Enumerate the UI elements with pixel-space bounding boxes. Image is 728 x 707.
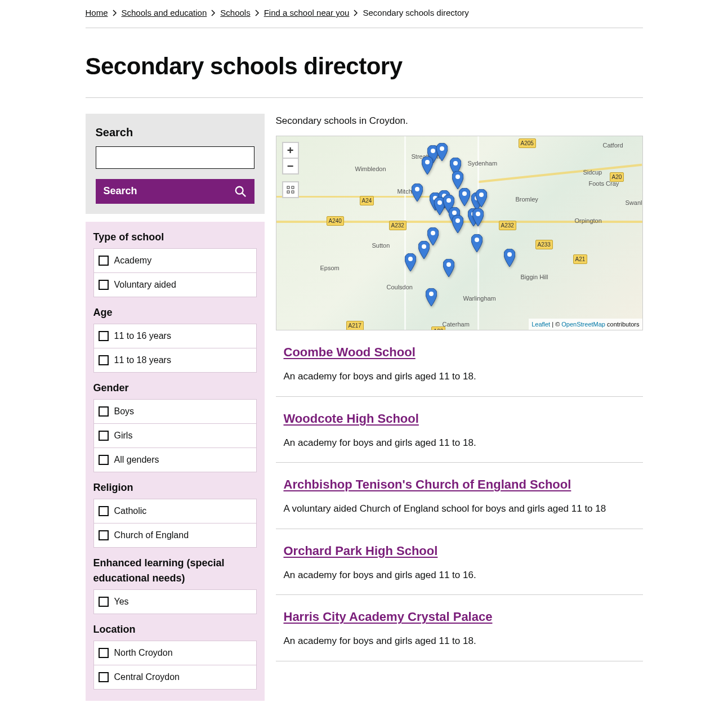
filter-option[interactable]: Central Croydon bbox=[94, 665, 256, 689]
map-place-label: Orpington bbox=[575, 216, 602, 226]
map-marker-icon[interactable] bbox=[443, 259, 454, 277]
breadcrumb-link-find-school[interactable]: Find a school near you bbox=[264, 7, 350, 20]
filter-options: BoysGirlsAll genders bbox=[93, 399, 257, 472]
map-place-label: Biggin Hill bbox=[521, 272, 548, 282]
map-marker-icon[interactable] bbox=[436, 143, 448, 161]
checkbox-icon bbox=[99, 506, 109, 516]
filter-option-label: Boys bbox=[114, 405, 135, 418]
checkbox-icon bbox=[99, 597, 109, 607]
map-place-label: Sidcup bbox=[583, 168, 602, 177]
breadcrumb-link-schools[interactable]: Schools bbox=[220, 7, 250, 20]
filter-options: AcademyVoluntary aided bbox=[93, 248, 257, 297]
filter-heading: Enhanced learning (special educational n… bbox=[93, 556, 257, 586]
checkbox-icon bbox=[99, 431, 109, 441]
map-place-label: Bromley bbox=[516, 195, 538, 204]
map-road-label: A217 bbox=[346, 321, 364, 330]
result-link[interactable]: Orchard Park High School bbox=[284, 544, 438, 558]
map-road-label: A233 bbox=[535, 240, 553, 249]
map-marker-icon[interactable] bbox=[471, 234, 483, 252]
zoom-out-button[interactable]: − bbox=[282, 158, 299, 174]
map-marker-icon[interactable] bbox=[426, 288, 437, 306]
map-marker-icon[interactable] bbox=[452, 171, 463, 189]
map-road-label: A232 bbox=[499, 221, 516, 230]
osm-link[interactable]: OpenStreetMap bbox=[561, 321, 605, 328]
filter-option-label: Voluntary aided bbox=[114, 278, 176, 292]
svg-point-19 bbox=[452, 211, 457, 215]
map-road-label: A22 bbox=[431, 326, 446, 330]
map-marker-icon[interactable] bbox=[422, 156, 433, 174]
filter-option[interactable]: Academy bbox=[94, 249, 256, 273]
results-list: Coombe Wood SchoolAn academy for boys an… bbox=[276, 330, 643, 661]
map-place-label: Wimbledon bbox=[355, 164, 386, 174]
result-link[interactable]: Coombe Wood School bbox=[284, 345, 416, 359]
filter-group: ReligionCatholicChurch of England bbox=[93, 480, 257, 548]
breadcrumb-link-schools-education[interactable]: Schools and education bbox=[122, 7, 207, 20]
filter-option[interactable]: Girls bbox=[94, 424, 256, 448]
chevron-right-icon bbox=[211, 10, 216, 16]
filter-options: 11 to 16 years11 to 18 years bbox=[93, 324, 257, 373]
svg-point-26 bbox=[408, 257, 413, 261]
map-marker-icon[interactable] bbox=[504, 249, 515, 267]
zoom-in-button[interactable]: + bbox=[282, 142, 299, 159]
filter-options: Yes bbox=[93, 589, 257, 614]
filter-group: Type of schoolAcademyVoluntary aided bbox=[93, 230, 257, 297]
result-title: Archbishop Tenison's Church of England S… bbox=[284, 475, 635, 494]
map[interactable]: + − Leaflet | © OpenStreetMap contributo… bbox=[276, 136, 643, 330]
result-title: Orchard Park High School bbox=[284, 542, 635, 560]
map-marker-icon[interactable] bbox=[405, 253, 416, 271]
leaflet-link[interactable]: Leaflet bbox=[532, 321, 550, 328]
filter-option[interactable]: Voluntary aided bbox=[94, 273, 256, 297]
search-panel: Search Search bbox=[86, 114, 265, 214]
checkbox-icon bbox=[99, 406, 109, 417]
map-marker-icon[interactable] bbox=[459, 188, 470, 206]
chevron-right-icon bbox=[354, 10, 358, 16]
svg-point-9 bbox=[453, 161, 458, 165]
search-input[interactable] bbox=[96, 146, 254, 169]
filter-option-label: Academy bbox=[114, 254, 152, 267]
filter-heading: Religion bbox=[93, 480, 257, 495]
map-place-label: Caterham bbox=[443, 320, 470, 329]
checkbox-icon bbox=[99, 455, 109, 465]
result-link[interactable]: Harris City Academy Crystal Palace bbox=[284, 610, 493, 624]
filter-option[interactable]: Boys bbox=[94, 400, 256, 424]
filter-option[interactable]: Catholic bbox=[94, 499, 256, 523]
filter-option[interactable]: 11 to 18 years bbox=[94, 348, 256, 372]
filter-heading: Type of school bbox=[93, 230, 257, 245]
filter-option-label: Central Croydon bbox=[114, 670, 180, 684]
svg-point-23 bbox=[431, 231, 435, 235]
checkbox-icon bbox=[99, 530, 109, 540]
chevron-right-icon bbox=[255, 10, 260, 16]
map-marker-icon[interactable] bbox=[418, 241, 430, 259]
result-link[interactable]: Archbishop Tenison's Church of England S… bbox=[284, 477, 571, 491]
filter-group: Age11 to 16 years11 to 18 years bbox=[93, 305, 257, 373]
svg-point-24 bbox=[422, 244, 426, 249]
search-button[interactable]: Search bbox=[96, 179, 254, 204]
filter-option[interactable]: North Croydon bbox=[94, 641, 256, 665]
filter-group: LocationNorth CroydonCentral Croydon bbox=[93, 622, 257, 690]
checkbox-icon bbox=[99, 648, 109, 658]
svg-point-29 bbox=[429, 292, 434, 296]
map-marker-icon[interactable] bbox=[412, 184, 423, 202]
filter-option[interactable]: All genders bbox=[94, 448, 256, 472]
sidebar: Search Search Type of schoolAcademyVolun… bbox=[86, 114, 265, 708]
map-marker-icon[interactable] bbox=[472, 208, 484, 226]
fullscreen-button[interactable] bbox=[282, 181, 299, 198]
map-marker-icon[interactable] bbox=[476, 189, 487, 207]
filter-group: Enhanced learning (special educational n… bbox=[93, 556, 257, 614]
filter-option-label: 11 to 16 years bbox=[114, 329, 171, 343]
attrib-end: contributors bbox=[605, 321, 640, 328]
svg-point-15 bbox=[446, 198, 451, 203]
search-heading: Search bbox=[96, 124, 254, 141]
breadcrumb-link-home[interactable]: Home bbox=[86, 7, 108, 20]
svg-point-14 bbox=[437, 200, 442, 205]
svg-point-22 bbox=[455, 218, 460, 223]
map-place-label: Swanle bbox=[626, 198, 643, 208]
filter-option[interactable]: Yes bbox=[94, 590, 256, 614]
map-marker-icon[interactable] bbox=[452, 215, 463, 233]
filter-option[interactable]: 11 to 16 years bbox=[94, 324, 256, 348]
svg-point-27 bbox=[446, 262, 451, 267]
filter-option[interactable]: Church of England bbox=[94, 523, 256, 547]
svg-point-7 bbox=[440, 146, 444, 151]
map-place-label: Epsom bbox=[320, 263, 340, 273]
result-link[interactable]: Woodcote High School bbox=[284, 411, 419, 426]
